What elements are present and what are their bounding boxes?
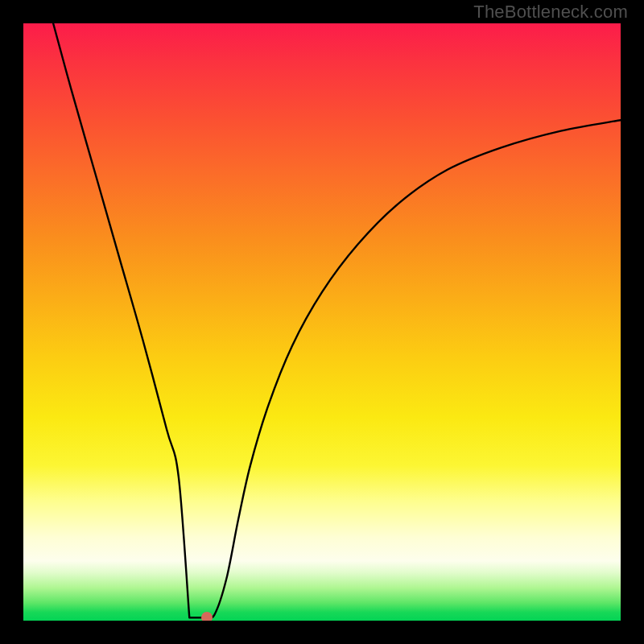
curve-layer bbox=[23, 23, 621, 621]
optimum-marker bbox=[201, 612, 213, 621]
plot-area bbox=[23, 23, 621, 621]
bottleneck-curve bbox=[53, 23, 621, 618]
watermark-label: TheBottleneck.com bbox=[473, 2, 628, 23]
chart-frame: TheBottleneck.com bbox=[0, 0, 644, 644]
